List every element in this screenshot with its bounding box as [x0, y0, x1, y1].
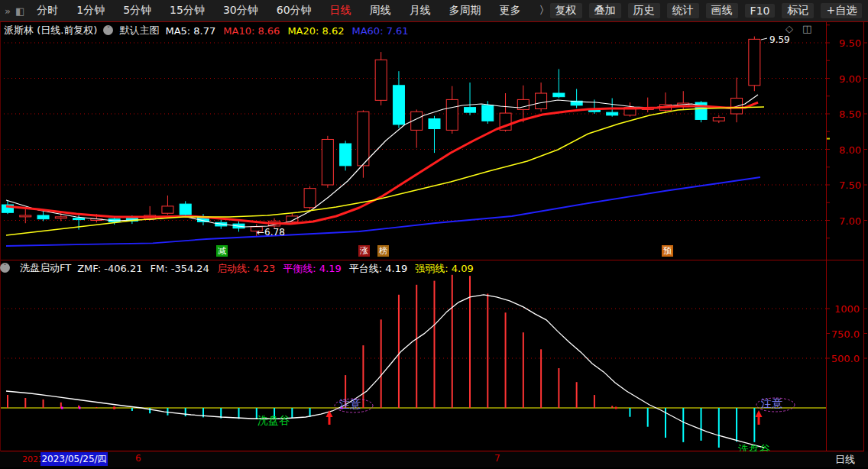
candle: [375, 60, 387, 100]
diamond-icon[interactable]: ◇: [785, 23, 802, 34]
period-tab[interactable]: 1分钟: [76, 4, 105, 18]
notice-label: 注意: [339, 398, 361, 412]
candle: [393, 86, 404, 125]
window-icon[interactable]: ◧: [15, 5, 24, 17]
ma-value: MA20: 8.62: [287, 25, 344, 37]
period-tab[interactable]: 更多: [500, 4, 521, 18]
period-tab[interactable]: 月线: [410, 4, 431, 18]
period-tab[interactable]: 〉: [539, 4, 550, 18]
candle: [536, 93, 547, 108]
candle: [20, 215, 31, 217]
indicator-tick-label: 1000: [834, 303, 860, 315]
tag-badge[interactable]: 减: [216, 245, 228, 257]
indicator-field: 启动线: 4.23: [217, 263, 275, 274]
candle: [553, 93, 565, 97]
period-tab[interactable]: 30分钟: [223, 4, 258, 18]
indicator-name[interactable]: 洗盘启动FT: [20, 261, 71, 275]
toolbar-button[interactable]: +自选: [821, 3, 862, 18]
period-tab[interactable]: 5分钟: [123, 4, 151, 18]
notice-label: 注意: [761, 397, 782, 411]
ma60-line: [6, 177, 760, 246]
tag-badge[interactable]: 预: [662, 245, 673, 257]
period-tab[interactable]: 周线: [370, 4, 391, 18]
toolbar-button[interactable]: F10: [745, 4, 776, 18]
toolbar-button[interactable]: 历史: [628, 3, 660, 18]
candle: [322, 139, 333, 185]
tag-badge[interactable]: 榜: [377, 245, 389, 257]
candle: [446, 99, 458, 130]
indicator-dropdown-icon[interactable]: ˇ: [0, 263, 10, 273]
main-chart-label[interactable]: 默认主图: [119, 24, 159, 37]
tag-badge[interactable]: 涨: [358, 245, 370, 257]
toolbar-button[interactable]: 画线: [706, 3, 738, 18]
candle: [162, 206, 173, 213]
period-tab[interactable]: 15分钟: [170, 4, 205, 18]
ma-value: MA60: 7.61: [351, 25, 408, 37]
price-tick-label: 7.00: [839, 215, 861, 227]
candle: [607, 112, 618, 115]
wash-valley-label: 洗盘谷: [257, 414, 290, 428]
indicator-tick-label: 500.0: [831, 353, 860, 364]
period-tab[interactable]: 分时: [37, 4, 58, 18]
candle: [465, 108, 476, 113]
candle: [358, 112, 369, 166]
candle: [73, 218, 85, 220]
stock-title: 派斯林 (日线.前复权): [4, 24, 97, 37]
indicator-field: 强弱线: 4.09: [415, 263, 473, 274]
indicator-field: 平台线: 4.19: [349, 263, 407, 274]
price-tick-label: 8.50: [839, 108, 861, 120]
date-axis-bar[interactable]: 2023年 2023/05/25/四 日线 67: [0, 451, 868, 467]
toolbar-button[interactable]: 统计: [667, 3, 699, 18]
indicator-field: ZMF: -406.21: [77, 263, 142, 274]
candle: [37, 215, 49, 219]
selected-date-highlight: 2023/05/25/四: [40, 452, 108, 466]
low-price-label: ←6.78: [257, 227, 285, 238]
collapse-icon[interactable]: »: [5, 5, 11, 17]
indicator-field: 平衡线: 4.19: [283, 263, 341, 274]
period-label: 日线: [827, 453, 863, 467]
price-tick-label: 7.50: [839, 180, 861, 191]
price-tick-label: 9.50: [839, 37, 861, 49]
toolbar-button[interactable]: 复权: [550, 3, 582, 18]
indicator-header-row: ˇ 洗盘启动FT ZMF: -406.21FM: -354.24启动线: 4.2…: [0, 261, 481, 274]
ma-value: MA5: 8.77: [165, 25, 215, 37]
candle: [429, 119, 440, 129]
ma10-line: [6, 102, 758, 224]
candle: [340, 144, 351, 166]
price-tick-label: 8.00: [839, 144, 861, 156]
period-tab[interactable]: 60分钟: [277, 4, 312, 18]
indicator-values: ZMF: -406.21FM: -354.24启动线: 4.23平衡线: 4.1…: [77, 260, 481, 276]
candle: [482, 105, 494, 121]
chart-canvas[interactable]: 9.509.008.508.007.507.001000750.0500.0: [0, 0, 868, 469]
ma-value: MA10: 8.66: [223, 25, 280, 37]
up-arrow-icon: [756, 410, 763, 417]
toolbar-button[interactable]: 叠加: [589, 3, 621, 18]
ma-values: MA5: 8.77MA10: 8.66MA20: 8.62MA60: 7.61: [165, 23, 416, 37]
candle: [749, 39, 760, 85]
month-label: 6: [135, 453, 141, 464]
period-tab[interactable]: 多周期: [449, 4, 481, 18]
indicator-field: FM: -354.24: [150, 263, 209, 274]
price-tick-label: 9.00: [839, 73, 861, 85]
candle: [304, 189, 316, 208]
period-tabs: 分时1分钟5分钟15分钟30分钟60分钟日线周线月线多周期更多〉: [37, 4, 549, 18]
period-tab[interactable]: 日线: [330, 4, 351, 18]
main-chart-dropdown-icon[interactable]: ˇ: [103, 25, 113, 35]
candle: [180, 204, 191, 215]
chart-corner-icons: ◇◫: [785, 23, 821, 34]
indicator-tick-label: 750.0: [831, 328, 860, 340]
chart-title-row: 派斯林 (日线.前复权) ˇ 默认主图 MA5: 8.77MA10: 8.66M…: [0, 22, 825, 38]
panel-icon[interactable]: ◫: [802, 23, 821, 34]
month-label: 7: [494, 453, 500, 464]
candle: [713, 118, 724, 121]
period-toolbar: » ◧ 分时1分钟5分钟15分钟30分钟60分钟日线周线月线多周期更多〉 复权叠…: [0, 0, 868, 21]
ma5-line: [6, 95, 758, 227]
candle: [55, 217, 66, 218]
toolbar-button[interactable]: 标记: [782, 3, 814, 18]
action-buttons: 复权叠加历史统计画线F10标记+自选返回: [550, 3, 868, 18]
